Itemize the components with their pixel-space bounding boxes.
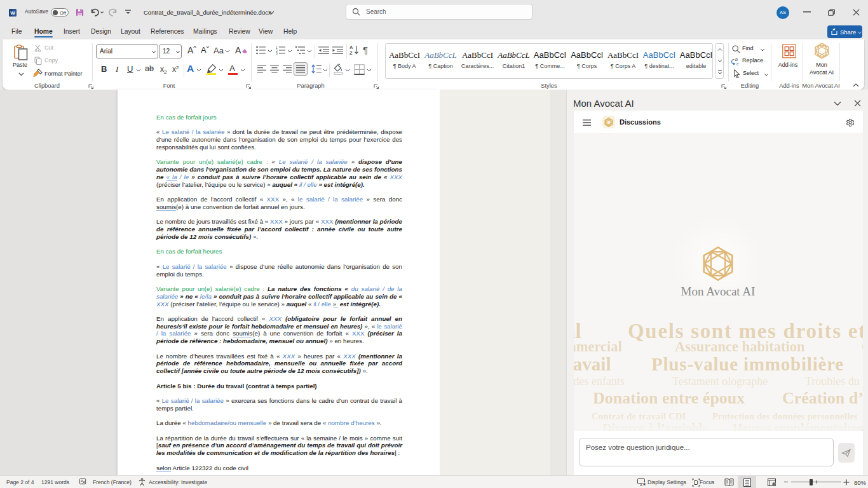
svg-text:3: 3 [276, 51, 278, 55]
svg-text:W: W [10, 10, 15, 16]
svg-text:b: b [735, 57, 738, 62]
svg-text:A: A [349, 44, 353, 50]
svg-text:Z: Z [349, 50, 353, 56]
svg-text:c: c [736, 62, 739, 66]
